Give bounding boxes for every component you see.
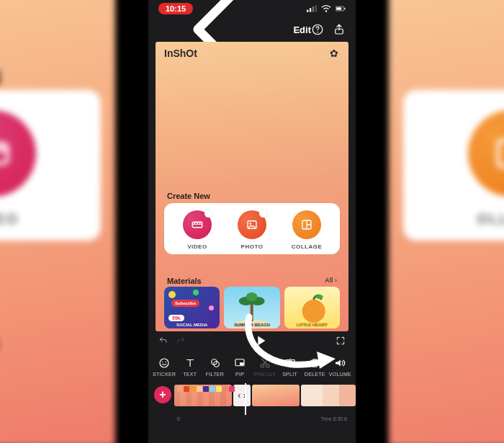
bg-create-label: Create N bbox=[0, 65, 1, 89]
materials-row: Subscribe 99k SOCIAL MEDIA SUMMER BEACH … bbox=[164, 287, 340, 328]
svg-rect-5 bbox=[315, 5, 317, 12]
fullscreen-icon[interactable] bbox=[336, 336, 346, 346]
player-controls bbox=[148, 331, 356, 350]
preview-viewport[interactable]: InShOt ✿ Create New VIDEO PHOTO COLLAGE bbox=[156, 42, 348, 331]
clip-3[interactable] bbox=[301, 385, 356, 406]
undo-icon[interactable] bbox=[158, 336, 168, 346]
svg-rect-4 bbox=[312, 6, 314, 12]
tool-pip[interactable]: PIP bbox=[229, 357, 251, 377]
nav-bar: Edit bbox=[148, 17, 356, 42]
inshot-logo: InShOt bbox=[164, 48, 197, 59]
battery-icon bbox=[336, 4, 346, 13]
tool-text-label: TEXT bbox=[183, 372, 197, 377]
material-card-1: Subscribe 99k SOCIAL MEDIA bbox=[164, 287, 220, 328]
tool-filter-label: FILTER bbox=[206, 372, 224, 377]
svg-point-23 bbox=[315, 295, 323, 299]
svg-point-15 bbox=[250, 223, 251, 224]
create-photo-option: PHOTO bbox=[225, 210, 279, 250]
bg-card-right: OLLAGE All › bbox=[389, 0, 504, 443]
svg-point-21 bbox=[246, 292, 258, 301]
play-button[interactable] bbox=[253, 333, 269, 349]
materials-all-link: All › bbox=[325, 277, 337, 284]
material-3-caption: LITTLE HEART bbox=[284, 323, 340, 327]
timeline-total: Time 0:35.8 bbox=[320, 416, 347, 421]
clip-2[interactable] bbox=[252, 385, 300, 406]
tool-volume[interactable]: VOLUME bbox=[329, 357, 351, 377]
timeline[interactable]: + ‹ › 0 Time 0:35.8 bbox=[148, 383, 356, 422]
tool-sticker[interactable]: STICKER bbox=[153, 357, 176, 377]
svg-rect-2 bbox=[307, 10, 308, 12]
edit-toolbar: STICKER TEXT FILTER PIP PRECUT SPLIT DEL… bbox=[148, 350, 356, 383]
svg-point-11 bbox=[317, 32, 318, 33]
tool-text[interactable]: TEXT bbox=[179, 357, 201, 377]
svg-point-25 bbox=[162, 362, 163, 363]
svg-point-24 bbox=[160, 359, 168, 367]
svg-rect-3 bbox=[310, 8, 311, 12]
bg-card-left: Create N VIDEO Materials bbox=[0, 0, 115, 443]
share-icon[interactable] bbox=[333, 23, 346, 36]
material-card-3: LITTLE HEART bbox=[284, 287, 340, 328]
svg-rect-33 bbox=[286, 360, 289, 367]
svg-rect-8 bbox=[336, 7, 341, 10]
bg-video-label: VIDEO bbox=[0, 211, 86, 228]
tool-delete-label: DELETE bbox=[305, 372, 325, 377]
tool-precut[interactable]: PRECUT bbox=[254, 357, 276, 377]
create-new-heading: Create New bbox=[167, 192, 210, 200]
material-1-caption: SOCIAL MEDIA bbox=[164, 323, 220, 327]
create-photo-label: PHOTO bbox=[241, 243, 264, 250]
redo-icon[interactable] bbox=[176, 336, 186, 346]
collage-icon bbox=[292, 210, 321, 239]
svg-point-22 bbox=[302, 300, 325, 323]
bg-panel-left: VIDEO bbox=[0, 90, 101, 241]
material-count-badge: 99k bbox=[168, 315, 184, 321]
add-clip-button[interactable]: + bbox=[154, 386, 171, 403]
materials-heading: Materials bbox=[167, 277, 202, 285]
timeline-position: 0 bbox=[177, 416, 180, 421]
svg-point-26 bbox=[166, 362, 167, 363]
material-2-caption: SUMMER BEACH bbox=[224, 323, 279, 327]
svg-rect-30 bbox=[240, 362, 243, 365]
playhead[interactable] bbox=[245, 383, 246, 415]
bg-panel-right: OLLAGE bbox=[403, 90, 504, 241]
help-icon[interactable] bbox=[311, 23, 324, 36]
tool-volume-label: VOLUME bbox=[329, 372, 351, 377]
cell-signal-icon bbox=[307, 4, 317, 13]
video-icon bbox=[183, 210, 212, 239]
tool-split[interactable]: SPLIT bbox=[279, 357, 301, 377]
create-video-label: VIDEO bbox=[187, 243, 207, 250]
create-collage-option: COLLAGE bbox=[279, 210, 333, 250]
wifi-icon bbox=[321, 4, 331, 13]
create-new-card: VIDEO PHOTO COLLAGE bbox=[164, 203, 340, 254]
create-video-option: VIDEO bbox=[170, 210, 224, 250]
svg-rect-1 bbox=[498, 140, 504, 166]
settings-gear-icon: ✿ bbox=[330, 48, 338, 59]
tool-sticker-label: STICKER bbox=[153, 372, 176, 377]
svg-rect-34 bbox=[291, 360, 294, 367]
phone-frame: 10:15 Edit InShOt ✿ Create New VIDEO bbox=[148, 0, 356, 443]
photo-icon bbox=[238, 210, 266, 239]
svg-point-6 bbox=[325, 10, 327, 12]
tool-precut-label: PRECUT bbox=[254, 372, 276, 377]
bg-collage-label: OLLAGE bbox=[418, 211, 504, 228]
tool-delete[interactable]: DELETE bbox=[304, 357, 326, 377]
clip-transition[interactable]: ‹ › bbox=[233, 385, 251, 406]
tool-pip-label: PIP bbox=[235, 372, 244, 377]
material-card-2: SUMMER BEACH bbox=[224, 287, 279, 328]
tool-split-label: SPLIT bbox=[282, 372, 297, 377]
material-subscribe-badge: Subscribe bbox=[171, 300, 199, 307]
svg-rect-18 bbox=[251, 303, 253, 321]
svg-rect-9 bbox=[344, 8, 345, 9]
tool-filter[interactable]: FILTER bbox=[204, 357, 226, 377]
nav-title: Edit bbox=[293, 24, 311, 35]
create-collage-label: COLLAGE bbox=[292, 243, 323, 250]
timeline-thumbnails bbox=[177, 386, 235, 392]
